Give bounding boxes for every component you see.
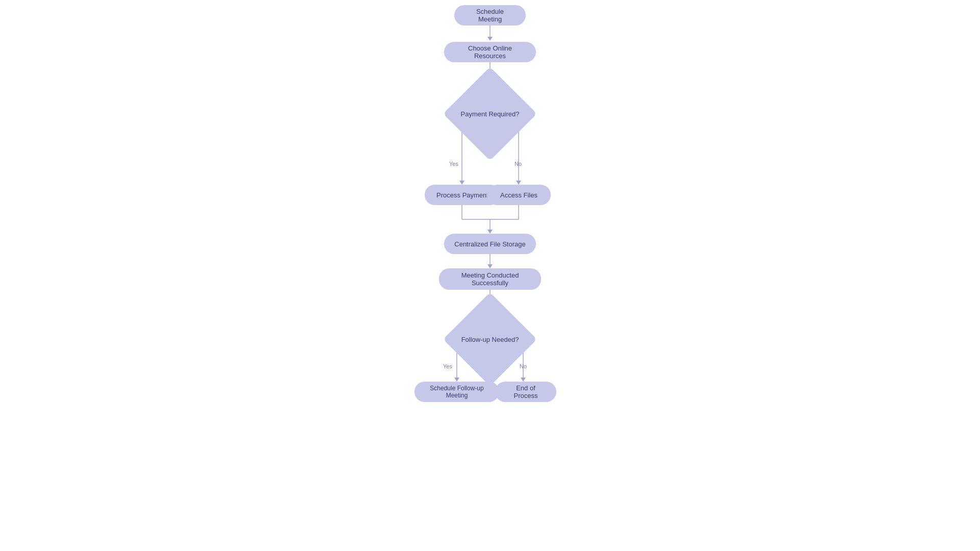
choose-resources-node: Choose Online Resources bbox=[444, 42, 536, 62]
svg-marker-6 bbox=[459, 181, 464, 185]
svg-text:Yes: Yes bbox=[449, 161, 458, 167]
svg-text:No: No bbox=[514, 161, 522, 167]
schedule-followup-node: Schedule Follow-up Meeting bbox=[414, 382, 499, 402]
svg-marker-19 bbox=[454, 378, 459, 382]
schedule-meeting-node: Schedule Meeting bbox=[454, 5, 526, 26]
svg-marker-15 bbox=[487, 264, 493, 268]
end-of-process-node: End of Process bbox=[495, 382, 556, 402]
followup-needed-label: Follow-up Needed? bbox=[457, 306, 523, 372]
svg-marker-1 bbox=[487, 37, 493, 41]
payment-required-label: Payment Required? bbox=[457, 81, 523, 147]
svg-marker-13 bbox=[487, 230, 493, 234]
svg-marker-8 bbox=[516, 181, 521, 185]
access-files-node: Access Files bbox=[487, 185, 551, 205]
flowchart: Yes No Yes No Schedule Meeting Choose On… bbox=[388, 0, 592, 551]
svg-marker-21 bbox=[521, 378, 526, 382]
followup-needed-diamond-container: Follow-up Needed? bbox=[457, 306, 523, 372]
svg-text:Yes: Yes bbox=[443, 363, 452, 369]
payment-required-diamond-container: Payment Required? bbox=[457, 81, 523, 147]
centralized-storage-node: Centralized File Storage bbox=[444, 234, 536, 254]
meeting-conducted-node: Meeting Conducted Successfully bbox=[439, 268, 541, 290]
